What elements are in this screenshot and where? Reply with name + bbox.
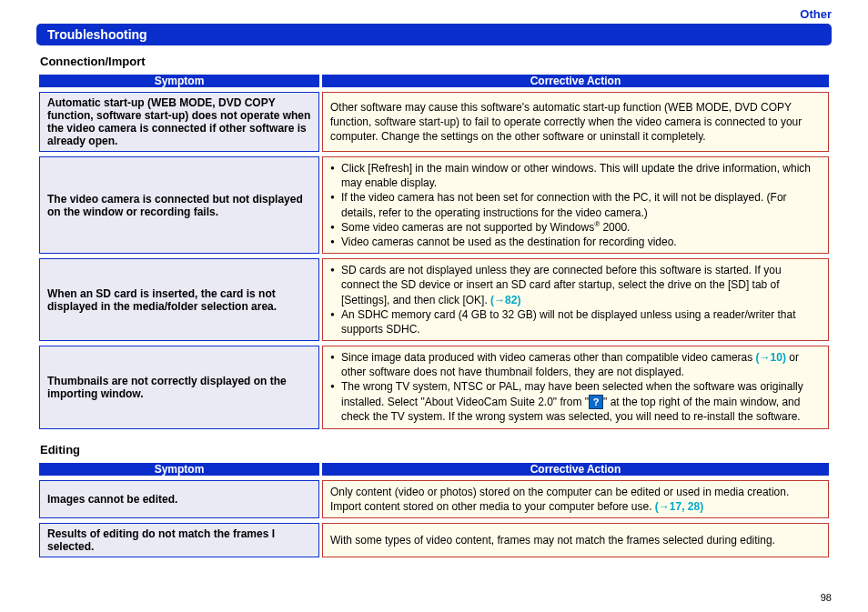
- action-bullet: Since image data produced with video cam…: [330, 350, 821, 379]
- table-row: Automatic start-up (WEB MODE, DVD COPY f…: [39, 92, 829, 152]
- table-connection: Symptom Corrective Action Automatic star…: [36, 70, 832, 434]
- symptom-cell: Images cannot be edited.: [39, 480, 319, 518]
- help-icon: ?: [589, 395, 603, 409]
- table-row: The video camera is connected but not di…: [39, 156, 829, 254]
- symptom-cell: Thumbnails are not correctly displayed o…: [39, 346, 319, 429]
- action-cell: Other software may cause this software's…: [322, 92, 829, 152]
- table-row: Results of editing do not match the fram…: [39, 523, 829, 557]
- action-bullet: Click [Refresh] in the main window or ot…: [330, 161, 821, 190]
- crossref-link[interactable]: (→10): [756, 351, 786, 364]
- action-bullet: The wrong TV system, NTSC or PAL, may ha…: [330, 379, 821, 424]
- action-cell: Only content (video or photos) stored on…: [322, 480, 829, 518]
- action-cell: With some types of video content, frames…: [322, 523, 829, 557]
- crossref-link[interactable]: (→17, 28): [655, 500, 703, 513]
- action-bullet: Video cameras cannot be used as the dest…: [330, 235, 821, 249]
- section-title-connection: Connection/Import: [36, 55, 832, 68]
- symptom-cell: Automatic start-up (WEB MODE, DVD COPY f…: [39, 92, 319, 152]
- action-bullet: An SDHC memory card (4 GB to 32 GB) will…: [330, 307, 821, 336]
- symptom-cell: The video camera is connected but not di…: [39, 156, 319, 254]
- crossref-link[interactable]: (→82): [490, 294, 520, 306]
- action-cell: Since image data produced with video cam…: [322, 346, 829, 429]
- table-row: Thumbnails are not correctly displayed o…: [39, 346, 829, 429]
- action-bullet: SD cards are not displayed unless they a…: [330, 263, 821, 307]
- action-bullet: If the video camera has not been set for…: [330, 190, 821, 219]
- manual-page: Other Troubleshooting Connection/Import …: [0, 0, 868, 612]
- action-cell: Click [Refresh] in the main window or ot…: [322, 156, 829, 254]
- action-cell: SD cards are not displayed unless they a…: [322, 258, 829, 341]
- section-title-editing: Editing: [36, 443, 832, 456]
- col-header-symptom: Symptom: [39, 463, 319, 476]
- table-row: Images cannot be edited. Only content (v…: [39, 480, 829, 518]
- table-editing: Symptom Corrective Action Images cannot …: [36, 458, 832, 562]
- col-header-symptom: Symptom: [39, 75, 319, 87]
- page-title: Troubleshooting: [36, 24, 832, 45]
- col-header-action: Corrective Action: [322, 463, 829, 476]
- page-number: 98: [821, 592, 832, 603]
- action-bullet: Some video cameras are not supported by …: [330, 220, 821, 235]
- symptom-cell: When an SD card is inserted, the card is…: [39, 258, 319, 341]
- col-header-action: Corrective Action: [322, 75, 829, 87]
- symptom-cell: Results of editing do not match the fram…: [39, 523, 319, 557]
- category-link-other[interactable]: Other: [800, 7, 832, 21]
- table-row: When an SD card is inserted, the card is…: [39, 258, 829, 341]
